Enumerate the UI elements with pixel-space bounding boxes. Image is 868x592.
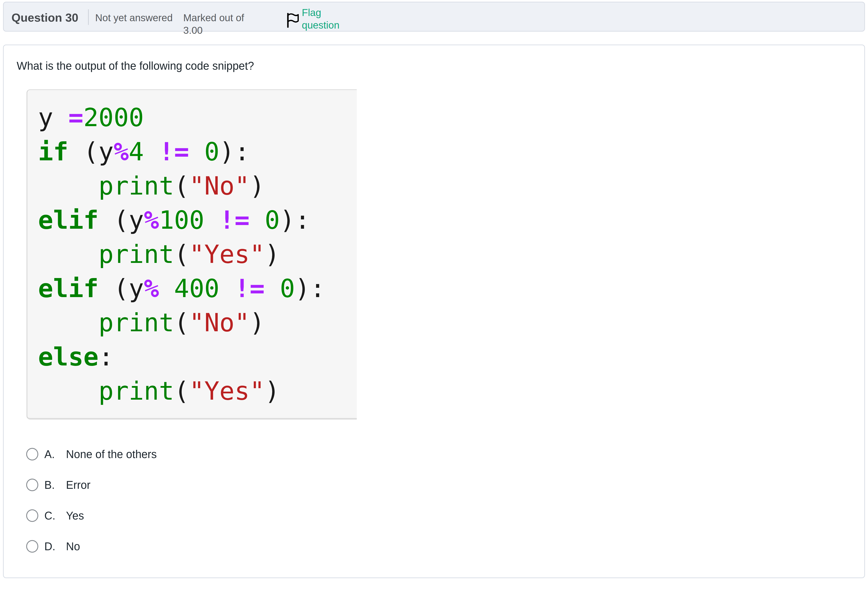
answer-option[interactable]: D. No (26, 537, 851, 556)
option-text: Yes (66, 509, 84, 522)
option-letter: A. (44, 448, 66, 461)
answer-option[interactable]: A. None of the others (26, 444, 851, 464)
code-line: print("Yes") (38, 374, 350, 408)
option-letter: B. (44, 478, 66, 492)
option-text: None of the others (66, 448, 157, 461)
flag-question-link[interactable]: Flag question (286, 6, 358, 31)
option-text: No (66, 540, 80, 553)
question-prompt: What is the output of the following code… (17, 59, 851, 73)
code-line: elif (y%100 != 0): (38, 203, 350, 237)
question-card: What is the output of the following code… (3, 44, 865, 578)
radio-button[interactable] (26, 448, 38, 461)
option-letter: D. (44, 540, 66, 553)
flag-icon (286, 6, 299, 29)
code-line: y =2000 (38, 100, 350, 134)
question-header: Question 30 Not yet answered Marked out … (3, 2, 865, 32)
option-text: Error (66, 478, 90, 492)
flag-link-label: Flag question (302, 6, 358, 31)
radio-button[interactable] (26, 540, 38, 553)
question-number: Question 30 (12, 11, 78, 24)
answer-options: A. None of the others B. Error C. Yes D.… (26, 444, 851, 556)
radio-button[interactable] (26, 478, 38, 491)
answer-option[interactable]: C. Yes (26, 506, 851, 526)
code-line: else: (38, 340, 350, 374)
code-line: print("No") (38, 306, 350, 340)
code-line: print("No") (38, 169, 350, 203)
radio-button[interactable] (26, 509, 38, 522)
header-divider (88, 9, 89, 25)
code-line: if (y%4 != 0): (38, 134, 350, 169)
status-text: Not yet answered (95, 12, 173, 24)
code-line: print("Yes") (38, 237, 350, 271)
code-snippet: y =2000if (y%4 != 0): print("No")elif (y… (27, 89, 357, 419)
option-letter: C. (44, 509, 66, 522)
answer-option[interactable]: B. Error (26, 475, 851, 495)
grade-text: Marked out of 3.00 (183, 12, 255, 37)
code-line: elif (y% 400 != 0): (38, 271, 350, 306)
